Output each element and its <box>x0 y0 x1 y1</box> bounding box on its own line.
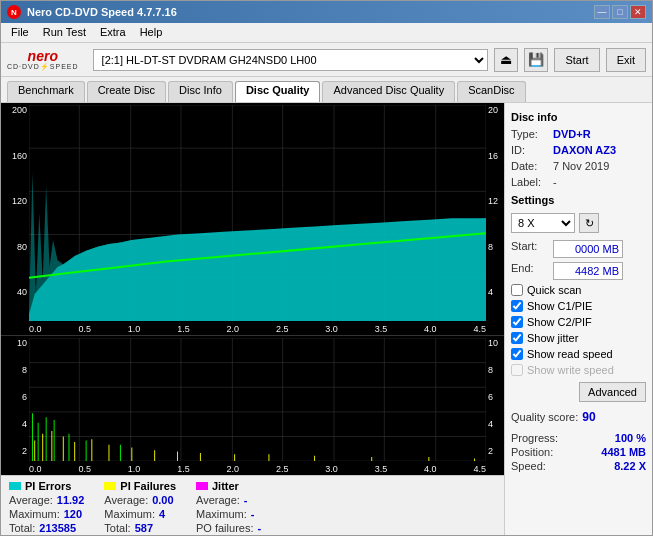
menu-runtest[interactable]: Run Test <box>37 25 92 40</box>
pi-failures-total-row: Total: 587 <box>104 522 176 534</box>
show-read-speed-row: Show read speed <box>511 348 646 360</box>
speed-row: Speed: 8.22 X <box>511 460 646 472</box>
show-jitter-row: Show jitter <box>511 332 646 344</box>
disc-label-row: Label: - <box>511 176 646 188</box>
refresh-button[interactable]: ↻ <box>579 213 599 233</box>
nero-logo-sub: CD·DVD⚡SPEED <box>7 63 79 70</box>
pi-errors-total-row: Total: 213585 <box>9 522 84 534</box>
show-c2pif-label: Show C2/PIF <box>527 316 592 328</box>
quick-scan-checkbox[interactable] <box>511 284 523 296</box>
minimize-button[interactable]: — <box>594 5 610 19</box>
pi-errors-max-row: Maximum: 120 <box>9 508 84 520</box>
upper-chart-container <box>29 105 486 321</box>
tab-create-disc[interactable]: Create Disc <box>87 81 166 102</box>
tab-disc-quality[interactable]: Disc Quality <box>235 81 321 102</box>
end-mb-row: End: <box>511 262 646 280</box>
pi-failures-avg-row: Average: 0.00 <box>104 494 176 506</box>
show-c2pif-checkbox[interactable] <box>511 316 523 328</box>
start-button[interactable]: Start <box>554 48 599 72</box>
disc-info-title: Disc info <box>511 111 646 123</box>
disc-date-row: Date: 7 Nov 2019 <box>511 160 646 172</box>
upper-x-axis: 0.0 0.5 1.0 1.5 2.0 2.5 3.0 3.5 4.0 4.5 <box>29 324 486 335</box>
main-content: 200 160 120 80 40 20 16 12 8 4 <box>1 103 652 535</box>
pi-errors-avg-row: Average: 11.92 <box>9 494 84 506</box>
position-row: Position: 4481 MB <box>511 446 646 458</box>
pi-errors-title: PI Errors <box>9 480 84 492</box>
eject-button[interactable]: ⏏ <box>494 48 518 72</box>
lower-x-axis: 0.0 0.5 1.0 1.5 2.0 2.5 3.0 3.5 4.0 4.5 <box>29 464 486 475</box>
show-c2pif-row: Show C2/PIF <box>511 316 646 328</box>
upper-y-axis-right: 20 16 12 8 4 <box>486 103 504 335</box>
tab-bar: Benchmark Create Disc Disc Info Disc Qua… <box>1 77 652 103</box>
pi-errors-label: PI Errors <box>25 480 71 492</box>
end-mb-input[interactable] <box>553 262 623 280</box>
maximize-button[interactable]: □ <box>612 5 628 19</box>
start-mb-row: Start: <box>511 240 646 258</box>
pi-failures-max-row: Maximum: 4 <box>104 508 176 520</box>
title-controls: — □ ✕ <box>594 5 646 19</box>
show-c1pie-checkbox[interactable] <box>511 300 523 312</box>
charts-area: 200 160 120 80 40 20 16 12 8 4 <box>1 103 504 475</box>
upper-y-axis-left: 200 160 120 80 40 <box>1 103 29 335</box>
menu-help[interactable]: Help <box>134 25 169 40</box>
tab-benchmark[interactable]: Benchmark <box>7 81 85 102</box>
progress-section: Progress: 100 % Position: 4481 MB Speed:… <box>511 432 646 472</box>
tab-disc-info[interactable]: Disc Info <box>168 81 233 102</box>
show-write-speed-checkbox[interactable] <box>511 364 523 376</box>
close-button[interactable]: ✕ <box>630 5 646 19</box>
drive-selector[interactable]: [2:1] HL-DT-ST DVDRAM GH24NSD0 LH00 <box>93 49 489 71</box>
pi-errors-stats: PI Errors Average: 11.92 Maximum: 120 To… <box>9 480 84 531</box>
settings-title: Settings <box>511 194 646 206</box>
app-icon: N <box>7 5 21 19</box>
show-read-speed-checkbox[interactable] <box>511 348 523 360</box>
sidebar: Disc info Type: DVD+R ID: DAXON AZ3 Date… <box>504 103 652 535</box>
svg-marker-17 <box>29 172 486 320</box>
pi-failures-title: PI Failures <box>104 480 176 492</box>
jitter-stats: Jitter Average: - Maximum: - PO failures… <box>196 480 261 531</box>
show-c1pie-label: Show C1/PIE <box>527 300 592 312</box>
quick-scan-row: Quick scan <box>511 284 646 296</box>
nero-logo: nero CD·DVD⚡SPEED <box>7 49 79 70</box>
show-jitter-checkbox[interactable] <box>511 332 523 344</box>
show-c1pie-row: Show C1/PIE <box>511 300 646 312</box>
exit-button[interactable]: Exit <box>606 48 646 72</box>
lower-y-axis-right: 10 8 6 4 2 <box>486 336 504 475</box>
pi-failures-label: PI Failures <box>120 480 176 492</box>
jitter-title: Jitter <box>196 480 261 492</box>
tab-advanced-disc-quality[interactable]: Advanced Disc Quality <box>322 81 455 102</box>
show-write-speed-label: Show write speed <box>527 364 614 376</box>
toolbar: nero CD·DVD⚡SPEED [2:1] HL-DT-ST DVDRAM … <box>1 43 652 77</box>
tab-scandisc[interactable]: ScanDisc <box>457 81 525 102</box>
progress-row: Progress: 100 % <box>511 432 646 444</box>
main-window: N Nero CD-DVD Speed 4.7.7.16 — □ ✕ File … <box>0 0 653 536</box>
jitter-color <box>196 482 208 490</box>
show-read-speed-label: Show read speed <box>527 348 613 360</box>
stats-bar: PI Errors Average: 11.92 Maximum: 120 To… <box>1 475 504 535</box>
disc-id-row: ID: DAXON AZ3 <box>511 144 646 156</box>
show-jitter-label: Show jitter <box>527 332 578 344</box>
speed-selector[interactable]: 8 X <box>511 213 575 233</box>
lower-chart-container <box>29 338 486 461</box>
pi-errors-color <box>9 482 21 490</box>
pi-failures-stats: PI Failures Average: 0.00 Maximum: 4 Tot… <box>104 480 176 531</box>
nero-logo-text: nero <box>28 49 58 63</box>
speed-settings-row: 8 X ↻ <box>511 213 646 233</box>
jitter-po-row: PO failures: - <box>196 522 261 534</box>
title-bar: N Nero CD-DVD Speed 4.7.7.16 — □ ✕ <box>1 1 652 23</box>
pi-failures-color <box>104 482 116 490</box>
start-mb-input[interactable] <box>553 240 623 258</box>
menu-file[interactable]: File <box>5 25 35 40</box>
lower-chart: 10 8 6 4 2 10 8 6 4 2 <box>1 336 504 475</box>
window-title: Nero CD-DVD Speed 4.7.7.16 <box>27 6 177 18</box>
save-button[interactable]: 💾 <box>524 48 548 72</box>
advanced-button[interactable]: Advanced <box>579 382 646 402</box>
menu-bar: File Run Test Extra Help <box>1 23 652 43</box>
menu-extra[interactable]: Extra <box>94 25 132 40</box>
jitter-avg-row: Average: - <box>196 494 261 506</box>
jitter-max-row: Maximum: - <box>196 508 261 520</box>
quality-score-row: Quality score: 90 <box>511 410 646 424</box>
quick-scan-label: Quick scan <box>527 284 581 296</box>
title-bar-left: N Nero CD-DVD Speed 4.7.7.16 <box>7 5 177 19</box>
jitter-label: Jitter <box>212 480 239 492</box>
show-write-speed-row: Show write speed <box>511 364 646 376</box>
